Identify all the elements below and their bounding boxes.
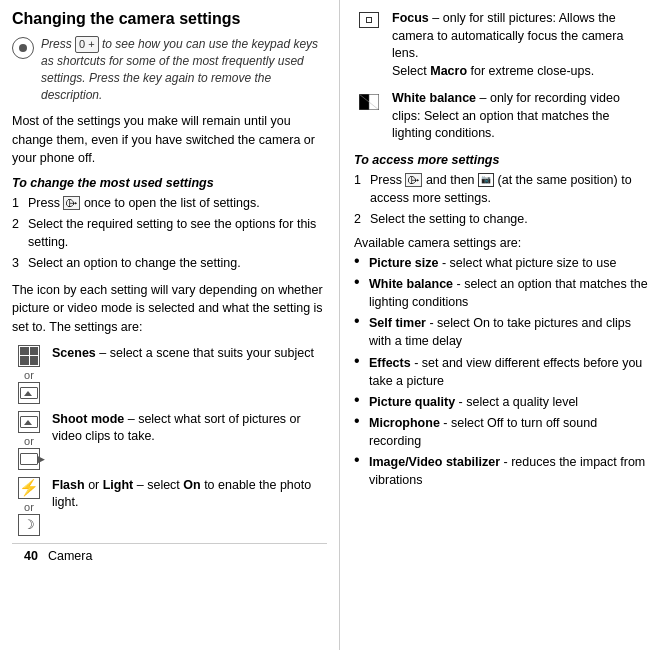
- focus-inner-box: [366, 17, 372, 23]
- bullet-5-text: Picture quality - select a quality level: [369, 393, 578, 411]
- bullet-dot-6: •: [354, 413, 366, 429]
- setting-flash: ⚡ or ☽ Flash or Light – select On to ena…: [12, 477, 327, 537]
- step-3: 3 Select an option to change the setting…: [12, 254, 327, 272]
- wb-icon-area: [354, 90, 384, 112]
- wb-title: White balance: [392, 91, 476, 105]
- body-text: Most of the settings you make will remai…: [12, 112, 327, 168]
- shoot-icons: or: [12, 411, 46, 471]
- flash-text: or Light – select On to enable the photo…: [52, 478, 311, 510]
- bullet-4-text: Effects - set and view different effects…: [369, 354, 649, 390]
- bullet-dot-4: •: [354, 353, 366, 369]
- flash-title: Flash: [52, 478, 85, 492]
- step2-1: 1 Press ⌱ and then 📷 (at the same positi…: [354, 171, 649, 207]
- page: Changing the camera settings Press 0 + t…: [0, 0, 661, 650]
- tip-icon: [12, 37, 34, 59]
- bullet-dot-7: •: [354, 452, 366, 468]
- bullet-picture-quality: • Picture quality - select a quality lev…: [354, 393, 649, 411]
- scenes-icons: or: [12, 345, 46, 405]
- bullet-stabilizer: • Image/Video stabilizer - reduces the i…: [354, 453, 649, 489]
- focus-icon-area: [354, 10, 384, 28]
- settings-list: or Scenes – select a scene that suits yo…: [12, 345, 327, 537]
- flash-icon-2: ☽: [18, 514, 40, 536]
- shoot-icon-2: [18, 448, 40, 470]
- bullet-dot-2: •: [354, 274, 366, 290]
- tip-box: Press 0 + to see how you can use the key…: [12, 36, 327, 104]
- flash-icon-1: ⚡: [18, 477, 40, 499]
- scenes-desc: Scenes – select a scene that suits your …: [52, 345, 314, 363]
- moon-icon: ☽: [23, 517, 35, 532]
- bullet-3-text: Self timer - select On to take pictures …: [369, 314, 649, 350]
- focus-row: Focus – only for still pictures: Allows …: [354, 10, 649, 80]
- tip-text: Press 0 + to see how you can use the key…: [41, 36, 327, 104]
- focus-icon: [359, 12, 379, 28]
- wb-svg: [359, 94, 379, 110]
- shoot-icon-1: [18, 411, 40, 433]
- shoot-or: or: [24, 435, 34, 447]
- bullet-1-text: Picture size - select what picture size …: [369, 254, 616, 272]
- scenes-icon-2: [18, 382, 40, 404]
- wb-icon: [359, 92, 379, 112]
- step2-2: 2 Select the setting to change.: [354, 210, 649, 228]
- bullets-list: • Picture size - select what picture siz…: [354, 254, 649, 490]
- available-title: Available camera settings are:: [354, 236, 649, 250]
- scenes-title: Scenes: [52, 346, 96, 360]
- left-column: Changing the camera settings Press 0 + t…: [0, 0, 340, 650]
- bullet-6-text: Microphone - select Off to turn off soun…: [369, 414, 649, 450]
- tip-prefix: Press: [41, 37, 72, 51]
- step-2-num: 2: [12, 215, 26, 233]
- shoot-desc: Shoot mode – select what sort of picture…: [52, 411, 327, 446]
- section2-title: To access more settings: [354, 153, 649, 167]
- step-1-num: 1: [12, 194, 26, 212]
- bullet-picture-size: • Picture size - select what picture siz…: [354, 254, 649, 272]
- step2-2-text: Select the setting to change.: [370, 210, 528, 228]
- page-title: Changing the camera settings: [12, 10, 327, 28]
- scenes-icon-1: [18, 345, 40, 367]
- wb-row: White balance – only for recording video…: [354, 90, 649, 143]
- bullet-dot-1: •: [354, 253, 366, 269]
- flash-icons: ⚡ or ☽: [12, 477, 46, 537]
- flash-desc: Flash or Light – select On to enable the…: [52, 477, 327, 512]
- lightning-icon: ⚡: [19, 478, 39, 497]
- step2-2-num: 2: [354, 210, 368, 228]
- setting-shoot-mode: or Shoot mode – select what sort of pict…: [12, 411, 327, 471]
- bullet-self-timer: • Self timer - select On to take picture…: [354, 314, 649, 350]
- tip-icon-dot: [19, 44, 27, 52]
- step2-1-text: Press ⌱ and then 📷 (at the same position…: [370, 171, 649, 207]
- step-1-text: Press ⌱ once to open the list of setting…: [28, 194, 260, 212]
- step2-1-num: 1: [354, 171, 368, 189]
- flash-or: or: [24, 501, 34, 513]
- setting-scenes: or Scenes – select a scene that suits yo…: [12, 345, 327, 405]
- bullet-2-text: White balance - select an option that ma…: [369, 275, 649, 311]
- light-title: Light: [103, 478, 134, 492]
- icon-intro-text: The icon by each setting will vary depen…: [12, 281, 327, 337]
- bullet-effects: • Effects - set and view different effec…: [354, 354, 649, 390]
- shoot-title: Shoot mode: [52, 412, 124, 426]
- landscape-icon-2: [20, 416, 38, 428]
- focus-title: Focus: [392, 11, 429, 25]
- bullet-dot-5: •: [354, 392, 366, 408]
- focus-desc: Focus – only for still pictures: Allows …: [392, 10, 649, 80]
- footer: 40 Camera: [12, 543, 327, 568]
- landscape-icon: [20, 387, 38, 399]
- footer-page: 40: [24, 549, 38, 563]
- svg-rect-0: [359, 94, 369, 110]
- step-3-text: Select an option to change the setting.: [28, 254, 241, 272]
- steps-list-1: 1 Press ⌱ once to open the list of setti…: [12, 194, 327, 273]
- footer-label: Camera: [48, 549, 92, 563]
- step-1: 1 Press ⌱ once to open the list of setti…: [12, 194, 327, 212]
- scenes-or: or: [24, 369, 34, 381]
- bullet-dot-3: •: [354, 313, 366, 329]
- steps-list-2: 1 Press ⌱ and then 📷 (at the same positi…: [354, 171, 649, 228]
- bullet-white-balance: • White balance - select an option that …: [354, 275, 649, 311]
- step-2-text: Select the required setting to see the o…: [28, 215, 327, 251]
- step-3-num: 3: [12, 254, 26, 272]
- step-2: 2 Select the required setting to see the…: [12, 215, 327, 251]
- bullet-7-text: Image/Video stabilizer - reduces the imp…: [369, 453, 649, 489]
- focus-extra: Select Macro for extreme close-ups.: [392, 64, 594, 78]
- bullet-microphone: • Microphone - select Off to turn off so…: [354, 414, 649, 450]
- section1-title: To change the most used settings: [12, 176, 327, 190]
- grid-icon: [20, 347, 38, 365]
- wb-desc: White balance – only for recording video…: [392, 90, 649, 143]
- right-column: Focus – only for still pictures: Allows …: [340, 0, 661, 650]
- scenes-text: – select a scene that suits your subject: [99, 346, 314, 360]
